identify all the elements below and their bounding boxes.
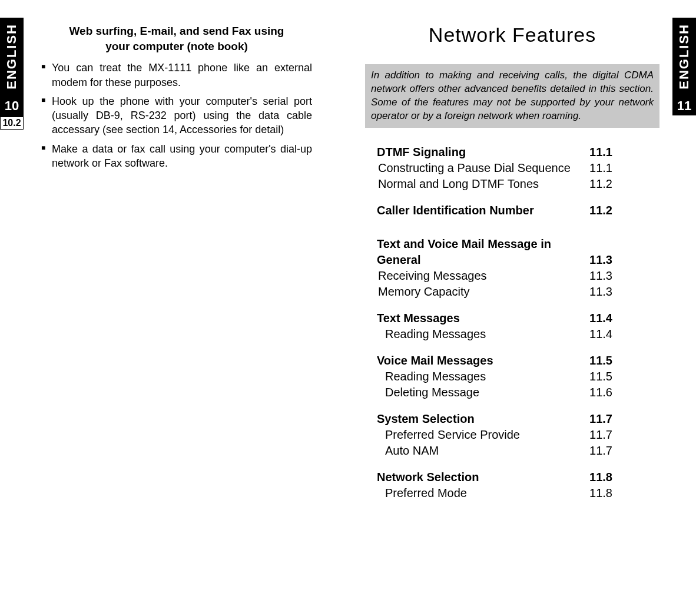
toc-label: Network Selection <box>377 469 580 485</box>
toc-item: Auto NAM 11.7 <box>377 443 648 459</box>
right-chapter-number: 11 <box>672 97 696 115</box>
left-tab: ENGLISH 10 10.2 <box>0 18 24 130</box>
toc-page: 11.5 <box>580 369 612 385</box>
toc-item: Reading Messages 11.4 <box>377 326 648 342</box>
toc-label: Text Messages <box>377 310 580 326</box>
toc-item: Preferred Service Provide 11.7 <box>377 427 648 443</box>
toc-page: 11.7 <box>580 443 612 459</box>
list-item: Make a data or fax call using your compu… <box>41 142 312 171</box>
toc-page: 11.5 <box>580 353 612 369</box>
toc-item: Memory Capacity 11.3 <box>377 284 648 300</box>
toc-page: 11.3 <box>580 284 612 300</box>
toc-page: 11.2 <box>580 176 612 192</box>
toc-label: Normal and Long DTMF Tones <box>378 176 580 192</box>
toc-page: 11.8 <box>580 469 612 485</box>
language-label-right: ENGLISH <box>677 18 692 95</box>
toc-heading: Text Messages 11.4 <box>377 310 648 326</box>
toc-item: Receiving Messages 11.3 <box>377 268 648 284</box>
toc-page: 11.7 <box>580 411 612 427</box>
left-chapter-number: 10 <box>0 97 24 115</box>
intro-box: In addition to making and receiving call… <box>365 64 659 128</box>
toc-label: Constructing a Pause Dial Sequence <box>378 160 580 176</box>
toc-heading: Voice Mail Messages 11.5 <box>377 353 648 369</box>
toc-item: Reading Messages 11.5 <box>377 369 648 385</box>
list-item: You can treat the MX-1111 phone like an … <box>41 61 312 90</box>
heading-line-1: Web surfing, E-mail, and send Fax using <box>69 25 284 37</box>
table-of-contents: DTMF Signaling 11.1 Constructing a Pause… <box>377 144 648 501</box>
toc-item: Deleting Message 11.6 <box>377 385 648 400</box>
toc-heading: DTMF Signaling 11.1 <box>377 144 648 160</box>
toc-label: Memory Capacity <box>378 284 580 300</box>
toc-heading: Caller Identification Number 11.2 <box>377 203 648 218</box>
toc-page: 11.3 <box>580 252 612 268</box>
bullet-list: You can treat the MX-1111 phone like an … <box>41 61 312 170</box>
toc-page: 11.4 <box>580 310 612 326</box>
toc-label: Auto NAM <box>385 443 580 459</box>
toc-heading: Text and Voice Mail Message in General 1… <box>377 236 648 268</box>
language-label-left: ENGLISH <box>4 18 19 95</box>
left-subsection-number: 10.2 <box>0 117 24 130</box>
toc-item: Preferred Mode 11.8 <box>377 485 648 501</box>
toc-page: 11.3 <box>580 268 612 284</box>
toc-item: Normal and Long DTMF Tones 11.2 <box>377 176 648 192</box>
heading-line-2: your computer (note book) <box>105 40 248 52</box>
right-tab: ENGLISH 11 <box>672 18 696 115</box>
toc-heading: Network Selection 11.8 <box>377 469 648 485</box>
toc-heading: System Selection 11.7 <box>377 411 648 427</box>
toc-label: Receiving Messages <box>378 268 580 284</box>
list-item: Hook up the phone with your computer's s… <box>41 94 312 137</box>
page-title: Network Features <box>377 24 648 47</box>
toc-page: 11.2 <box>580 203 612 218</box>
toc-label: Reading Messages <box>385 369 580 385</box>
toc-label: Preferred Mode <box>385 485 580 501</box>
toc-label: Caller Identification Number <box>377 203 580 218</box>
toc-item: Constructing a Pause Dial Sequence 11.1 <box>377 160 648 176</box>
toc-label: DTMF Signaling <box>377 144 580 160</box>
toc-page: 11.7 <box>580 427 612 443</box>
toc-label: Text and Voice Mail Message in General <box>377 236 559 268</box>
left-page-heading: Web surfing, E-mail, and send Fax using … <box>41 24 312 54</box>
toc-page: 11.6 <box>580 385 612 400</box>
toc-page: 11.4 <box>580 326 612 342</box>
toc-label: System Selection <box>377 411 580 427</box>
left-page: Web surfing, E-mail, and send Fax using … <box>41 24 312 175</box>
toc-label: Deleting Message <box>385 385 580 400</box>
toc-label: Voice Mail Messages <box>377 353 580 369</box>
toc-label: Preferred Service Provide <box>385 427 580 443</box>
toc-page: 11.8 <box>580 485 612 501</box>
toc-page: 11.1 <box>580 160 612 176</box>
right-page: Network Features In addition to making a… <box>377 24 648 501</box>
toc-page: 11.1 <box>580 144 612 160</box>
toc-label: Reading Messages <box>385 326 580 342</box>
